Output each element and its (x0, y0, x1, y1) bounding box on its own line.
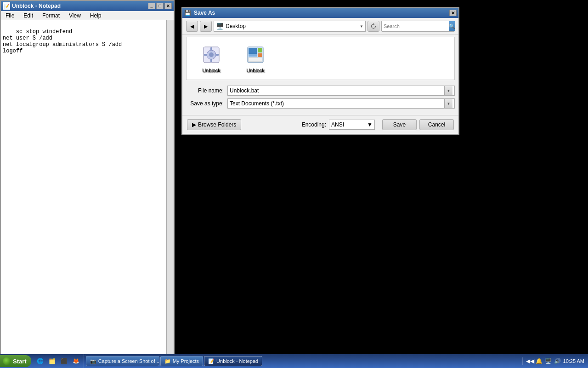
menu-format[interactable]: Format (40, 12, 62, 20)
savetype-label: Save as type: (186, 100, 227, 107)
dialog-icon: 💾 (184, 10, 191, 16)
svg-point-20 (209, 52, 214, 57)
location-icon: 🖥️ (216, 23, 224, 30)
capture-task-icon: 📷 (90, 358, 96, 364)
filename-dropdown[interactable]: ▼ (444, 86, 452, 95)
notepad-scrollbar[interactable] (166, 20, 174, 356)
dialog-title: Save As (194, 10, 215, 16)
location-text: Desktop (226, 23, 358, 29)
notepad-menubar: File Edit Format View Help (1, 11, 174, 20)
notepad-window: 📝 Unblock - Notepad _ □ ✕ File Edit Form… (0, 0, 175, 356)
notepad-title: Unblock - Notepad (12, 3, 61, 9)
svg-rect-27 (249, 54, 257, 57)
browse-folders-arrow: ▶ (192, 121, 196, 128)
close-button[interactable]: ✕ (164, 3, 172, 9)
capture-task-label: Capture a Screen Shot of ... (98, 358, 159, 364)
savetype-row: Save as type: ▼ (186, 98, 455, 109)
minimize-button[interactable]: _ (148, 3, 155, 9)
notepad-titlebar-left: 📝 Unblock - Notepad (3, 2, 61, 10)
dialog-footer: ▶ Browse Folders Encoding: ANSI ▼ Save C… (182, 115, 458, 134)
encoding-select[interactable]: ANSI ▼ (329, 120, 375, 130)
svg-rect-26 (249, 48, 257, 54)
encoding-label: Encoding: (302, 121, 326, 128)
menu-file[interactable]: File (3, 12, 17, 20)
svg-rect-29 (258, 53, 262, 57)
notepad-content[interactable]: sc stop windefend net user S /add net lo… (1, 20, 174, 356)
ql-explorer-button[interactable]: 🗂️ (47, 356, 58, 367)
maximize-button[interactable]: □ (156, 3, 164, 9)
quicklaunch-area: 🌐 🗂️ ⬛ 🦊 (33, 354, 84, 368)
notepad-titlebar-controls: _ □ ✕ (148, 3, 172, 9)
ql-ie-button[interactable]: 🌐 (35, 356, 46, 367)
dialog-form: File name: ▼ Save as type: ▼ (182, 82, 458, 115)
taskbar: Start 🌐 🗂️ ⬛ 🦊 📷 Capture a Screen Shot o… (0, 354, 588, 368)
menu-view[interactable]: View (66, 12, 84, 20)
location-bar[interactable]: 🖥️ Desktop ▼ (214, 21, 366, 32)
filename-input[interactable] (230, 87, 444, 94)
forward-button[interactable]: ▶ (200, 21, 212, 32)
svg-rect-30 (249, 58, 262, 62)
dialog-file-icon-app[interactable]: Unblock (237, 44, 274, 73)
systray-nav-left[interactable]: ◀◀ (526, 357, 534, 365)
notepad-titlebar: 📝 Unblock - Notepad _ □ ✕ (1, 1, 174, 11)
ql-cmd-button[interactable]: ⬛ (59, 356, 70, 367)
svg-rect-23 (204, 54, 207, 56)
browse-folders-button[interactable]: ▶ Browse Folders (187, 119, 241, 130)
save-button[interactable]: Save (382, 119, 417, 130)
dialog-close-button[interactable]: ✕ (449, 10, 457, 16)
savetype-dropdown[interactable]: ▼ (444, 99, 452, 108)
refresh-button[interactable] (368, 21, 379, 32)
projects-task-label: My Projects (173, 358, 199, 364)
menu-help[interactable]: Help (87, 12, 104, 20)
systray-icon-3[interactable]: 🔊 (554, 357, 561, 365)
projects-task-icon: 📁 (164, 358, 171, 364)
systray-icon-1[interactable]: 🔔 (536, 357, 543, 365)
savetype-input[interactable] (230, 100, 444, 107)
encoding-value: ANSI (331, 121, 344, 128)
dialog-app-icon (244, 44, 266, 66)
dialog-file-area[interactable]: Unblock Unblock (186, 37, 455, 80)
dialog-action-buttons: Save Cancel (382, 119, 454, 130)
notepad-icon: 📝 (3, 2, 10, 10)
systray: ◀◀ 🔔 🖥️ 🔊 10:25 AM (522, 357, 588, 365)
encoding-dropdown-arrow[interactable]: ▼ (367, 121, 373, 128)
dialog-bat-label: Unblock (202, 68, 220, 73)
svg-rect-22 (210, 59, 212, 62)
notepad-text: sc stop windefend net user S /add net lo… (3, 29, 122, 54)
menu-edit[interactable]: Edit (21, 12, 36, 20)
taskbar-tasks: 📷 Capture a Screen Shot of ... 📁 My Proj… (84, 356, 522, 366)
svg-rect-24 (215, 54, 219, 56)
filename-label: File name: (186, 87, 227, 94)
dialog-titlebar: 💾 Save As ✕ (182, 8, 458, 18)
search-input[interactable] (382, 23, 449, 29)
savetype-input-container[interactable]: ▼ (227, 98, 455, 109)
back-button[interactable]: ◀ (186, 21, 198, 32)
svg-rect-28 (258, 48, 262, 52)
notepad-task-icon: 📝 (208, 358, 215, 364)
search-bar[interactable]: 🔍 (381, 21, 455, 32)
start-button[interactable]: Start (0, 355, 31, 367)
dialog-bat-icon (200, 44, 222, 66)
filename-row: File name: ▼ (186, 86, 455, 96)
taskbar-task-notepad[interactable]: 📝 Unblock - Notepad (204, 356, 262, 366)
dialog-titlebar-left: 💾 Save As (184, 10, 215, 16)
ql-firefox-button[interactable]: 🦊 (71, 356, 82, 367)
save-as-dialog: 💾 Save As ✕ ◀ ▶ 🖥️ Desktop ▼ 🔍 (181, 7, 459, 135)
start-label: Start (13, 358, 27, 365)
start-orb (3, 357, 11, 365)
browse-folders-label: Browse Folders (198, 121, 236, 128)
svg-rect-21 (210, 47, 212, 51)
notepad-task-label: Unblock - Notepad (216, 358, 258, 364)
systray-time: 10:25 AM (563, 358, 584, 364)
taskbar-task-capture[interactable]: 📷 Capture a Screen Shot of ... (86, 356, 159, 366)
taskbar-task-projects[interactable]: 📁 My Projects (160, 356, 203, 366)
systray-icon-2[interactable]: 🖥️ (545, 357, 552, 365)
search-button[interactable]: 🔍 (449, 21, 455, 31)
filename-input-container[interactable]: ▼ (227, 86, 455, 96)
dialog-toolbar: ◀ ▶ 🖥️ Desktop ▼ 🔍 (182, 18, 458, 35)
cancel-button[interactable]: Cancel (419, 119, 454, 130)
dialog-file-icon-bat[interactable]: Unblock (193, 44, 230, 73)
dialog-app-label: Unblock (246, 68, 265, 73)
location-dropdown-arrow[interactable]: ▼ (360, 24, 363, 29)
